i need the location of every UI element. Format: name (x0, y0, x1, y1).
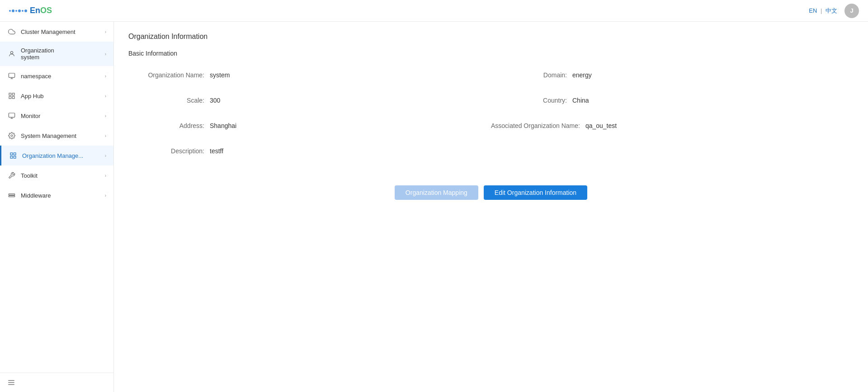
middleware-icon (7, 191, 16, 200)
namespace-arrow: › (105, 74, 106, 79)
logo-dot-3 (15, 10, 17, 12)
org-name-row: Organization Name: system (128, 68, 491, 82)
main-content: Organization Information Basic Informati… (114, 22, 868, 392)
edit-org-button[interactable]: Edit Organization Information (484, 185, 587, 200)
scale-label: Scale: (128, 97, 210, 104)
svg-rect-17 (9, 196, 14, 197)
cluster-management-label: Cluster Management (21, 28, 105, 35)
org-system-arrow: › (105, 52, 106, 57)
country-label: Country: (491, 97, 572, 104)
svg-rect-7 (12, 96, 14, 99)
country-value: China (572, 97, 589, 104)
monitor-arrow: › (105, 113, 106, 118)
domain-row: Domain: energy (491, 68, 854, 82)
header-right: EN | 中文 J (809, 4, 859, 18)
main-layout: Cluster Management › Organizationsystem … (0, 22, 868, 392)
lang-separator: | (821, 7, 822, 14)
logo-dots (9, 9, 27, 12)
logo-dot-5 (22, 10, 24, 12)
cluster-management-arrow: › (105, 29, 106, 34)
system-management-arrow: › (105, 133, 106, 138)
svg-rect-14 (10, 156, 13, 158)
org-mapping-button[interactable]: Organization Mapping (395, 185, 478, 200)
logo: EnOS (9, 6, 52, 15)
system-management-label: System Management (21, 132, 105, 139)
user-avatar[interactable]: J (844, 4, 859, 18)
sidebar-item-namespace[interactable]: namespace › (0, 66, 113, 86)
domain-label: Domain: (491, 71, 572, 79)
org-name-value: system (210, 71, 230, 79)
assoc-org-label: Associated Organization Name: (491, 122, 585, 129)
svg-rect-12 (10, 153, 13, 155)
svg-point-0 (10, 52, 13, 54)
svg-rect-6 (9, 96, 11, 99)
logo-dot-1 (9, 10, 11, 12)
logo-dot-4 (18, 9, 21, 12)
button-row: Organization Mapping Edit Organization I… (128, 185, 854, 200)
menu-icon (7, 378, 15, 387)
sidebar-item-app-hub[interactable]: App Hub › (0, 86, 113, 106)
gear-icon (7, 131, 16, 140)
lang-en[interactable]: EN (809, 7, 817, 14)
monitor2-icon (7, 111, 16, 120)
assoc-org-row: Associated Organization Name: qa_ou_test (491, 118, 854, 133)
sidebar-item-system-management[interactable]: System Management › (0, 126, 113, 146)
address-label: Address: (128, 122, 210, 129)
sidebar-item-organization-system[interactable]: Organizationsystem › (0, 42, 113, 66)
sidebar-item-cluster-management[interactable]: Cluster Management › (0, 22, 113, 42)
org-name-label: Organization Name: (128, 71, 210, 79)
middleware-label: Middleware (21, 192, 105, 199)
scale-row: Scale: 300 (128, 93, 491, 108)
svg-rect-5 (12, 93, 14, 95)
sidebar: Cluster Management › Organizationsystem … (0, 22, 114, 392)
org-icon (9, 151, 18, 160)
namespace-label: namespace (21, 73, 105, 80)
logo-dot-2 (12, 9, 14, 12)
svg-rect-1 (9, 73, 14, 77)
monitor-icon (7, 71, 16, 80)
wrench-icon (7, 171, 16, 180)
grid-icon (7, 91, 16, 100)
page-title: Organization Information (128, 33, 854, 41)
cloud-icon (7, 27, 16, 36)
person-icon (7, 49, 16, 58)
info-grid: Organization Name: system Domain: energy… (128, 68, 854, 158)
description-label: Description: (128, 147, 210, 155)
address-value: Shanghai (210, 122, 236, 129)
lang-cn[interactable]: 中文 (826, 7, 837, 14)
svg-rect-4 (9, 93, 11, 95)
sidebar-item-toolkit[interactable]: Toolkit › (0, 165, 113, 185)
svg-rect-16 (9, 194, 14, 195)
svg-rect-15 (14, 156, 16, 158)
sidebar-item-monitor[interactable]: Monitor › (0, 106, 113, 126)
description-value: testff (210, 147, 223, 155)
section-title: Basic Information (128, 50, 854, 57)
description-row: Description: testff (128, 144, 491, 158)
logo-text: EnOS (30, 6, 52, 15)
toolkit-arrow: › (105, 173, 106, 178)
sidebar-item-organization-management[interactable]: Organization Manage... › (0, 146, 113, 165)
monitor-label: Monitor (21, 113, 105, 119)
app-hub-arrow: › (105, 94, 106, 99)
sidebar-footer[interactable] (0, 373, 113, 392)
scale-value: 300 (210, 97, 220, 104)
country-row: Country: China (491, 93, 854, 108)
logo-dot-6 (24, 9, 27, 12)
toolkit-label: Toolkit (21, 172, 105, 179)
top-header: EnOS EN | 中文 J (0, 0, 868, 22)
app-hub-label: App Hub (21, 93, 105, 99)
svg-rect-13 (14, 153, 16, 155)
svg-point-11 (11, 135, 13, 137)
org-management-arrow: › (105, 153, 106, 158)
address-row: Address: Shanghai (128, 118, 491, 133)
svg-rect-8 (9, 113, 14, 117)
organization-management-label: Organization Manage... (22, 152, 105, 159)
middleware-arrow: › (105, 193, 106, 198)
assoc-org-value: qa_ou_test (585, 122, 617, 129)
lang-switch[interactable]: EN | 中文 (809, 7, 837, 15)
sidebar-item-middleware[interactable]: Middleware › (0, 185, 113, 205)
organization-system-label: Organizationsystem (21, 47, 105, 61)
domain-value: energy (572, 71, 592, 79)
